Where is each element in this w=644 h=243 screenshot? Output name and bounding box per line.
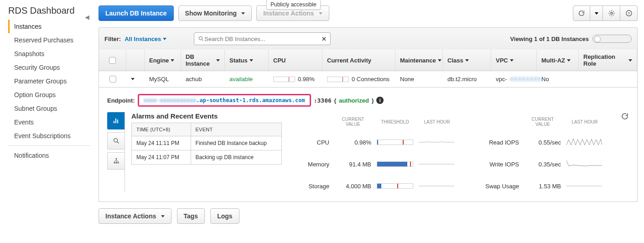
events-table: TIME (UTC+8)EVENT May 24 11:11 PMFinishe…	[131, 123, 282, 165]
sidebar-item-snapshots[interactable]: Snapshots	[8, 47, 90, 61]
chevron-down-icon	[595, 12, 598, 15]
endpoint-host[interactable]: xxxx-xxxxxxxxxxx.ap-southeast-1.rds.amaz…	[138, 94, 311, 107]
cell-engine: MySQL	[145, 76, 181, 83]
sidebar-item-parameter-groups[interactable]: Parameter Groups	[8, 74, 90, 88]
endpoint-tooltip: Publicly accessible	[266, 0, 321, 10]
main: Launch DB Instance Show Monitoring Insta…	[90, 0, 644, 229]
svg-line-6	[117, 142, 119, 143]
events-th-event: EVENT	[191, 123, 281, 136]
endpoint-row: Endpoint: xxxx-xxxxxxxxxxx.ap-southeast-…	[107, 94, 629, 107]
endpoint-port: :3306	[314, 97, 332, 104]
tab-details[interactable]	[107, 132, 125, 150]
metric-memory-name: Memory	[288, 161, 329, 168]
select-all-checkbox[interactable]	[109, 57, 116, 64]
expand-row-icon[interactable]	[131, 78, 135, 80]
col-vpc[interactable]: VPC	[491, 50, 537, 71]
show-monitoring-button[interactable]: Show Monitoring	[178, 5, 252, 21]
col-maintenance[interactable]: Maintenance	[395, 50, 443, 71]
help-button[interactable]: ?	[620, 5, 638, 21]
activity-sparkbar	[327, 77, 349, 82]
col-replication-role[interactable]: Replication Role	[579, 50, 637, 71]
table-header: Engine DB Instance Status CPU Current Ac…	[99, 50, 638, 71]
col-multi-az[interactable]: Multi-AZ	[537, 50, 579, 71]
metric-storage-name: Storage	[288, 183, 329, 190]
svg-text:?: ?	[628, 11, 630, 16]
top-toolbar: Launch DB Instance Show Monitoring Insta…	[99, 5, 638, 21]
sidebar-item-events[interactable]: Events	[8, 115, 90, 129]
metric-storage-value: 4,000 MB	[335, 183, 371, 190]
sidebar-item-security-groups[interactable]: Security Groups	[8, 61, 90, 74]
col-class[interactable]: Class	[443, 50, 491, 71]
col-engine[interactable]: Engine	[145, 50, 181, 71]
search-input[interactable]	[204, 36, 322, 42]
instance-actions-bottom-button[interactable]: Instance Actions	[99, 208, 171, 224]
col-db-instance[interactable]: DB Instance	[181, 50, 225, 71]
sidebar-item-reserved-purchases[interactable]: Reserved Purchases	[8, 33, 90, 47]
cell-cpu: 0.98%	[269, 76, 322, 83]
instance-actions-label: Instance Actions	[263, 10, 314, 17]
sidebar-item-subnet-groups[interactable]: Subnet Groups	[8, 102, 90, 115]
metric-readiops-sparkline	[566, 136, 602, 149]
launch-db-instance-button[interactable]: Launch DB Instance	[99, 5, 174, 21]
filter-bar: Filter: All Instances ✕ Viewing 1 of 1 D…	[99, 27, 638, 50]
bottom-actions: Instance Actions Tags Logs	[99, 208, 638, 224]
sidebar-title: RDS Dashboard	[8, 5, 90, 16]
col-current-activity[interactable]: Current Activity	[322, 50, 395, 71]
detail-refresh-button[interactable]	[621, 112, 629, 192]
metric-writeiops-sparkline	[566, 158, 602, 171]
metric-readiops-value: 0.55/sec	[525, 139, 561, 146]
refresh-button[interactable]	[573, 5, 590, 21]
tab-monitoring[interactable]	[107, 112, 125, 129]
sidebar-item-event-subscriptions[interactable]: Event Subscriptions	[8, 129, 90, 143]
sort-icon	[510, 59, 514, 62]
sort-icon	[465, 59, 469, 62]
detail-panel: Endpoint: xxxx-xxxxxxxxxxx.ap-southeast-…	[99, 88, 638, 202]
filter-label: Filter:	[104, 36, 121, 42]
metric-storage-bar	[377, 183, 413, 189]
cell-db-instance: achub	[181, 76, 225, 83]
chevron-down-icon	[161, 215, 165, 217]
show-monitoring-label: Show Monitoring	[185, 10, 237, 17]
sidebar-item-instances[interactable]: Instances	[8, 20, 90, 33]
search-box[interactable]: ✕	[194, 32, 331, 45]
filter-selection-label: All Instances	[125, 36, 161, 42]
metric-swap-sparkline	[566, 180, 602, 192]
tab-topology[interactable]	[107, 152, 125, 170]
table-row[interactable]: MySQL achub available 0.98% 0 Connection…	[99, 71, 638, 88]
row-checkbox[interactable]	[109, 76, 116, 83]
sort-icon	[628, 59, 632, 62]
chevron-down-icon	[319, 12, 322, 15]
col-cpu[interactable]: CPU	[269, 50, 322, 71]
toolbar-right: ?	[573, 5, 638, 21]
metric-cpu-bar	[377, 140, 413, 145]
cell-vpc: vpc-XXXXXXXX	[491, 76, 537, 83]
sidebar-item-notifications[interactable]: Notifications	[8, 149, 90, 162]
filter-selection-dropdown[interactable]: All Instances	[125, 36, 166, 42]
sort-icon	[216, 59, 220, 62]
sidebar-item-option-groups[interactable]: Option Groups	[8, 88, 90, 102]
metric-storage-sparkline	[419, 180, 454, 192]
tags-button[interactable]: Tags	[177, 208, 205, 224]
clear-search-icon[interactable]: ✕	[322, 36, 327, 42]
metric-swap-name: Swap Usage	[473, 183, 519, 190]
cell-class: db.t2.micro	[443, 76, 491, 83]
logs-button[interactable]: Logs	[210, 208, 239, 224]
refresh-options-button[interactable]	[590, 5, 603, 21]
events-th-time: TIME (UTC+8)	[132, 123, 191, 136]
svg-point-5	[114, 139, 117, 142]
settings-button[interactable]	[603, 5, 620, 21]
metric-memory-sparkline	[419, 158, 454, 171]
endpoint-authorized: authorized	[339, 97, 369, 104]
cell-maintenance: None	[395, 76, 443, 83]
sort-icon	[171, 59, 174, 62]
svg-point-0	[611, 12, 613, 14]
cell-multi-az: No	[537, 76, 579, 83]
col-status[interactable]: Status	[225, 50, 269, 71]
metrics-right: CURRENT VALUELAST HOUR Read IOPS 0.55/se…	[473, 117, 603, 192]
scroll-pill[interactable]	[592, 35, 632, 43]
info-icon[interactable]: i	[376, 97, 384, 104]
search-icon	[198, 36, 204, 42]
sort-icon	[567, 59, 571, 62]
metrics-left: CURRENT VALUETHRESHOLDLAST HOUR CPU 0.98…	[288, 117, 455, 192]
event-row: May 24 11:07 PMBacking up DB instance	[132, 150, 282, 165]
